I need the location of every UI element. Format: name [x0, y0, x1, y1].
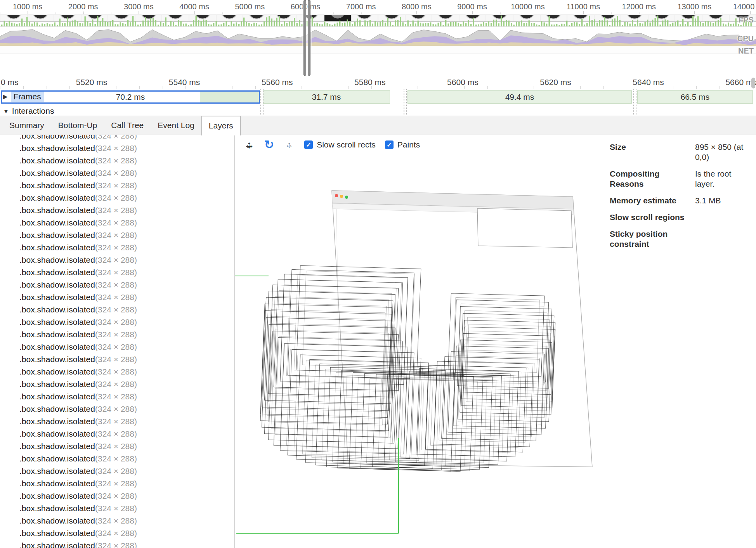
layer-list-item[interactable]: .box.shadow.isolated(324 × 288) [0, 341, 234, 353]
interactions-track[interactable]: ▼ Interactions [0, 105, 756, 116]
layer-name: .box.shadow.isolated [19, 442, 95, 451]
disclosure-triangle-icon[interactable]: ▶ [3, 93, 8, 100]
layer-list-item[interactable]: .box.shadow.isolated(324 × 288) [0, 316, 234, 328]
overview-ruler-label: 4000 ms [179, 2, 209, 11]
layer-list-item[interactable]: .box.shadow.isolated(324 × 288) [0, 217, 234, 229]
cpu-label: CPU [737, 34, 754, 43]
layer-list-item[interactable]: .box.shadow.isolated(324 × 288) [0, 453, 234, 465]
layer-list-item[interactable]: .box.shadow.isolated(324 × 288) [0, 378, 234, 390]
arrow-vertical-glyph: ↕ [287, 140, 291, 149]
details-label: Compositing Reasons [610, 169, 692, 189]
layer-list-item[interactable]: .box.shadow.isolated(324 × 288) [0, 403, 234, 415]
layer-name: .box.shadow.isolated [19, 529, 95, 538]
layer-list-item[interactable]: .box.shadow.isolated(324 × 288) [0, 415, 234, 428]
tab-event-log[interactable]: Event Log [151, 116, 201, 135]
selection-handle[interactable] [302, 0, 312, 76]
layer-list-item[interactable]: .box.shadow.isolated(324 × 288) [0, 328, 234, 341]
main-ruler-label: 5640 ms [633, 78, 664, 87]
selection-handle-grip-left[interactable] [303, 0, 306, 76]
layer-name: .box.shadow.isolated [19, 479, 95, 488]
layer-list-item[interactable]: .box.shadow.isolated(324 × 288) [0, 515, 234, 527]
layer-list-item[interactable]: .box.shadow.isolated(324 × 288) [0, 490, 234, 502]
layer-list-item[interactable]: .box.shadow.isolated(324 × 288) [0, 279, 234, 291]
frames-track-label[interactable]: ▶ Frames [3, 92, 44, 102]
scrollbar-thumb[interactable] [751, 78, 755, 88]
paints-checkbox[interactable]: ✓ [385, 140, 394, 149]
layer-list-item[interactable]: .box.shadow.isolated(324 × 288) [0, 366, 234, 378]
selection-handle-grip-right[interactable] [308, 0, 310, 76]
layer-name: .box.shadow.isolated [19, 330, 95, 339]
fps-chart[interactable] [0, 14, 756, 26]
layer-name: .box.shadow.isolated [19, 367, 95, 376]
frame-duration-label: 49.4 ms [505, 92, 534, 101]
layer-list-item[interactable]: .box.shadow.isolated(324 × 288) [0, 154, 234, 167]
layer-name: .box.shadow.isolated [19, 135, 95, 140]
layer-list-item[interactable]: .box.shadow.isolated(324 × 288) [0, 204, 234, 217]
layer-list-item[interactable]: .box.shadow.isolated(324 × 288) [0, 179, 234, 192]
layer-size: (324 × 288) [95, 317, 137, 326]
layer-size: (324 × 288) [95, 305, 137, 314]
layer-list-item[interactable]: .box.shadow.isolated(324 × 288) [0, 527, 234, 539]
layer-list-item[interactable]: .box.shadow.isolated(324 × 288) [0, 142, 234, 154]
net-label: NET [738, 47, 754, 55]
layer-list-item[interactable]: .box.shadow.isolated(324 × 288) [0, 440, 234, 453]
reset-view-icon[interactable]: ↔ ↕ [283, 139, 295, 151]
layer-name: .box.shadow.isolated [19, 429, 95, 438]
layer-list-item[interactable]: .box.shadow.isolated(324 × 288) [0, 465, 234, 477]
frame-block[interactable]: 31.7 ms [263, 90, 390, 104]
layer-size: (324 × 288) [95, 380, 137, 388]
layer-list-item[interactable]: .box.shadow.isolated(324 × 288) [0, 353, 234, 366]
tab-layers[interactable]: Layers [201, 116, 241, 135]
tab-summary[interactable]: Summary [2, 116, 51, 135]
layer-list-item[interactable]: .box.shadow.isolated(324 × 288) [0, 390, 234, 403]
pan-mode-icon[interactable]: ↔ ↕ [243, 139, 255, 151]
layer-size: (324 × 288) [95, 280, 137, 289]
devtools-performance-panel: 1000 ms2000 ms3000 ms4000 ms5000 ms6000 … [0, 0, 756, 548]
layer-size: (324 × 288) [95, 181, 137, 190]
layer-size: (324 × 288) [95, 466, 137, 475]
layer-list-item[interactable]: .box.shadow.isolated(324 × 288) [0, 135, 234, 142]
layers-3d-canvas[interactable] [235, 135, 601, 548]
layer-size: (324 × 288) [95, 367, 137, 376]
rotate-mode-icon[interactable]: ↻ [264, 139, 274, 151]
layer-list-item[interactable]: .box.shadow.isolated(324 × 288) [0, 428, 234, 440]
details-label: Memory estimate [610, 196, 692, 206]
overview-ruler-label: 1000 ms [13, 2, 43, 11]
layer-size: (324 × 288) [95, 135, 137, 140]
timeline-overview[interactable]: 1000 ms2000 ms3000 ms4000 ms5000 ms6000 … [0, 0, 756, 76]
frame-block[interactable]: 66.5 ms [637, 90, 753, 104]
layer-name: .box.shadow.isolated [19, 541, 95, 548]
layer-list-item[interactable]: .box.shadow.isolated(324 × 288) [0, 167, 234, 179]
layer-size: (324 × 288) [95, 516, 137, 525]
layer-name: .box.shadow.isolated [19, 504, 95, 513]
net-chart[interactable] [0, 46, 756, 54]
layer-list-item[interactable]: .box.shadow.isolated(324 × 288) [0, 303, 234, 316]
disclosure-triangle-down-icon[interactable]: ▼ [3, 105, 9, 116]
layer-list-item[interactable]: .box.shadow.isolated(324 × 288) [0, 502, 234, 515]
layer-list-item[interactable]: .box.shadow.isolated(324 × 288) [0, 241, 234, 254]
overview-ruler-label: 12000 ms [622, 2, 656, 11]
cpu-chart[interactable] [0, 26, 756, 46]
layer-list-item[interactable]: .box.shadow.isolated(324 × 288) [0, 477, 234, 490]
tab-bottom-up[interactable]: Bottom-Up [51, 116, 104, 135]
layer-list-item[interactable]: .box.shadow.isolated(324 × 288) [0, 266, 234, 279]
layer-size: (324 × 288) [95, 529, 137, 538]
layer-name: .box.shadow.isolated [19, 268, 95, 277]
layer-list-item[interactable]: .box.shadow.isolated(324 × 288) [0, 291, 234, 303]
layer-size: (324 × 288) [95, 454, 137, 463]
layer-list[interactable]: .box.shadow.isolated(324 × 288).box.shad… [0, 135, 235, 548]
tab-call-tree[interactable]: Call Tree [104, 116, 151, 135]
layer-list-item[interactable]: .box.shadow.isolated(324 × 288) [0, 254, 234, 266]
frame-block[interactable]: 49.4 ms [407, 90, 632, 104]
layer-name: .box.shadow.isolated [19, 255, 95, 264]
layer-name: .box.shadow.isolated [19, 218, 95, 227]
layer-list-item[interactable]: .box.shadow.isolated(324 × 288) [0, 229, 234, 241]
overview-ruler-label: 7000 ms [346, 2, 376, 11]
layer-list-item[interactable]: .box.shadow.isolated(324 × 288) [0, 192, 234, 204]
slow-scroll-rects-checkbox[interactable]: ✓ [304, 140, 313, 149]
layer-name: .box.shadow.isolated [19, 305, 95, 314]
layer-list-item[interactable]: .box.shadow.isolated(324 × 288) [0, 539, 234, 548]
arrow-vertical-glyph: ↕ [246, 140, 252, 150]
layer-name: .box.shadow.isolated [19, 454, 95, 463]
layer-size: (324 × 288) [95, 156, 137, 165]
